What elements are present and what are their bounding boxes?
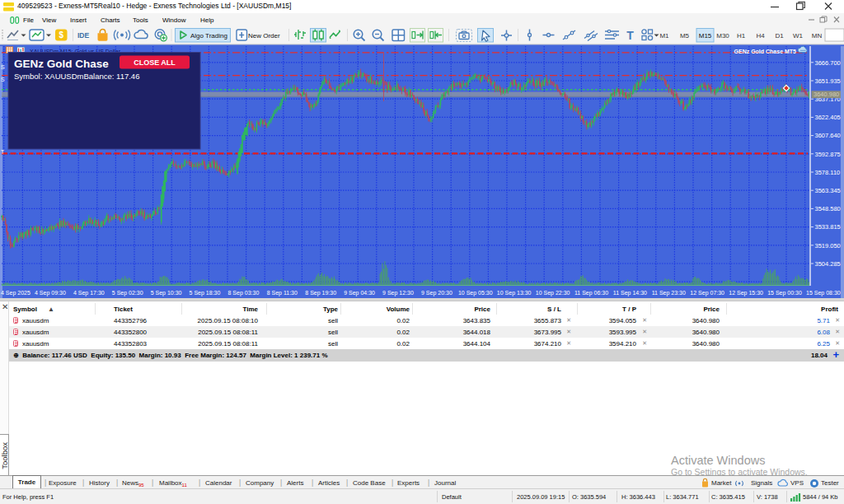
svg-text:M1: M1 — [659, 32, 669, 40]
svg-text:Symbol: XAUUSDmBalance: 117.46: Symbol: XAUUSDmBalance: 117.46 — [14, 72, 139, 81]
svg-text:5 Sep 02:30: 5 Sep 02:30 — [112, 290, 143, 296]
svg-text:4 Sep 2025: 4 Sep 2025 — [1, 290, 30, 296]
svg-text:GENz Gold Chase: GENz Gold Chase — [14, 58, 109, 70]
svg-text:Algo Trading: Algo Trading — [190, 32, 227, 40]
svg-text:10 Sep 22:30: 10 Sep 22:30 — [536, 290, 570, 296]
svg-text:9 Sep 20:30: 9 Sep 20:30 — [421, 290, 452, 296]
svg-text:3651.935: 3651.935 — [815, 77, 841, 85]
svg-text:T: T — [626, 29, 634, 42]
svg-text:M5: M5 — [680, 32, 690, 40]
svg-text:H4: H4 — [756, 32, 765, 40]
svg-text:11 Sep 06:30: 11 Sep 06:30 — [574, 290, 608, 296]
svg-text:IDE: IDE — [77, 31, 90, 40]
svg-text:3504.285: 3504.285 — [815, 260, 841, 268]
svg-text:3622.405: 3622.405 — [815, 114, 841, 121]
svg-text:9 Sep 04:30: 9 Sep 04:30 — [344, 290, 375, 296]
svg-text:3666.700: 3666.700 — [815, 59, 841, 67]
svg-text:$: $ — [59, 30, 63, 40]
svg-text:3592.875: 3592.875 — [815, 151, 841, 158]
svg-text:4 Sep 09:30: 4 Sep 09:30 — [35, 290, 66, 296]
svg-text:12 Sep 07:30: 12 Sep 07:30 — [690, 290, 724, 296]
svg-text:S: S — [1, 77, 5, 82]
svg-text:T: T — [1, 149, 5, 155]
svg-text:M15: M15 — [699, 32, 712, 40]
svg-text:3533.815: 3533.815 — [815, 223, 841, 231]
svg-text:New Order: New Order — [248, 32, 280, 40]
svg-text:8 Sep 11:30: 8 Sep 11:30 — [267, 290, 298, 296]
svg-text:12 Sep 15:30: 12 Sep 15:30 — [729, 290, 763, 296]
svg-text:D1: D1 — [775, 32, 784, 40]
svg-text:M30: M30 — [716, 32, 729, 40]
svg-text:5 Sep 10:30: 5 Sep 10:30 — [151, 290, 182, 296]
svg-text:15 Sep 08:30: 15 Sep 08:30 — [806, 290, 841, 296]
svg-text:15 Sep 00:30: 15 Sep 00:30 — [767, 290, 802, 296]
svg-text:10 Sep 05:30: 10 Sep 05:30 — [458, 290, 493, 296]
svg-text:10 Sep 13:30: 10 Sep 13:30 — [497, 290, 532, 296]
svg-text:3607.640: 3607.640 — [815, 132, 841, 139]
svg-text:8 Sep 19:30: 8 Sep 19:30 — [305, 290, 336, 296]
svg-text:11 Sep 23:30: 11 Sep 23:30 — [652, 290, 686, 296]
svg-text:5 Sep 18:30: 5 Sep 18:30 — [190, 290, 221, 296]
svg-text:4 Sep 17:30: 4 Sep 17:30 — [73, 290, 105, 296]
svg-text:3519.050: 3519.050 — [815, 242, 841, 250]
svg-text:9 Sep 12:30: 9 Sep 12:30 — [382, 290, 414, 296]
svg-text:S: S — [1, 64, 5, 70]
svg-text:3578.110: 3578.110 — [815, 169, 841, 176]
svg-text:3640.980: 3640.980 — [814, 91, 839, 98]
svg-text:H1: H1 — [737, 32, 746, 40]
svg-text:MN: MN — [812, 32, 823, 40]
svg-text:CLOSE ALL: CLOSE ALL — [134, 58, 176, 67]
svg-text:8 Sep 03:30: 8 Sep 03:30 — [228, 290, 260, 296]
svg-text:GENz Gold Chase MT5: GENz Gold Chase MT5 — [734, 49, 797, 54]
svg-text:3548.580: 3548.580 — [815, 205, 841, 212]
svg-text:11 Sep 14:30: 11 Sep 14:30 — [613, 290, 647, 296]
svg-text:W1: W1 — [793, 32, 804, 40]
svg-text:3563.345: 3563.345 — [815, 187, 841, 194]
